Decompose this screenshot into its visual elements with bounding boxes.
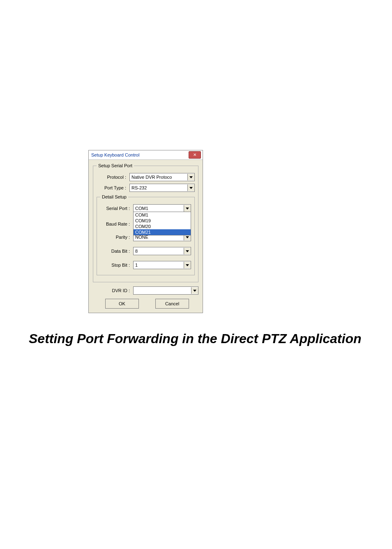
port-type-combo[interactable]: RS-232 — [129, 184, 195, 192]
protocol-combo[interactable]: Native DVR Protoco — [129, 173, 195, 181]
close-button[interactable]: ✕ — [189, 151, 201, 159]
serial-port-label: Serial Port : — [100, 206, 133, 211]
data-bit-value: 8 — [135, 249, 138, 254]
chevron-down-icon — [189, 187, 193, 189]
ok-button-label: OK — [119, 301, 125, 306]
serial-port-option[interactable]: COM21 — [134, 229, 191, 235]
serial-port-option[interactable]: COM1 — [134, 212, 191, 218]
group-detail-setup-legend: Detail Setup — [100, 194, 128, 199]
stop-bit-combo[interactable]: 1 — [133, 261, 191, 269]
chevron-down-icon — [186, 208, 189, 210]
chevron-down-icon — [186, 236, 189, 238]
group-detail-setup: Detail Setup Serial Port : COM1 COM1 COM… — [97, 194, 195, 275]
group-setup-serial-port-legend: Setup Serial Port — [97, 163, 134, 168]
stop-bit-label: Stop Bit : — [100, 263, 133, 268]
parity-label: Parity : — [100, 235, 133, 240]
protocol-dropdown-button[interactable] — [187, 174, 194, 180]
cancel-button[interactable]: Cancel — [155, 299, 189, 309]
chevron-down-icon — [189, 176, 193, 178]
data-bit-dropdown-button[interactable] — [184, 248, 191, 254]
dvr-id-combo[interactable] — [133, 286, 198, 295]
data-bit-label: Data Bit : — [100, 249, 133, 254]
serial-port-combo[interactable]: COM1 COM1 COM19 COM20 COM21 — [133, 204, 191, 212]
dvr-id-label: DVR ID : — [93, 288, 133, 293]
stop-bit-dropdown-button[interactable] — [184, 262, 191, 268]
serial-port-dropdown-button[interactable] — [184, 205, 191, 212]
chevron-down-icon — [186, 250, 189, 252]
serial-port-dropdown-list: COM1 COM19 COM20 COM21 — [133, 212, 191, 235]
chevron-down-icon — [186, 264, 189, 266]
dialog-titlebar: Setup Keyboard Control ✕ — [89, 150, 203, 160]
dialog-title: Setup Keyboard Control — [91, 152, 139, 157]
data-bit-combo[interactable]: 8 — [133, 247, 191, 255]
port-type-value: RS-232 — [131, 185, 147, 190]
baud-rate-label: Baud Rate : — [100, 221, 133, 226]
protocol-label: Protocol : — [97, 175, 129, 180]
stop-bit-value: 1 — [135, 263, 138, 268]
port-type-dropdown-button[interactable] — [187, 185, 194, 191]
ok-button[interactable]: OK — [105, 299, 139, 309]
chevron-down-icon — [193, 290, 196, 292]
cancel-button-label: Cancel — [165, 301, 179, 306]
protocol-value: Native DVR Protoco — [131, 175, 172, 180]
group-setup-serial-port: Setup Serial Port Protocol : Native DVR … — [93, 163, 198, 282]
close-icon: ✕ — [193, 153, 196, 157]
serial-port-option[interactable]: COM20 — [134, 224, 191, 229]
serial-port-option[interactable]: COM19 — [134, 218, 191, 224]
setup-keyboard-control-dialog: Setup Keyboard Control ✕ Setup Serial Po… — [88, 150, 203, 313]
serial-port-value: COM1 — [135, 206, 148, 211]
port-type-label: Port Type : — [97, 185, 129, 190]
section-heading: Setting Port Forwarding in the Direct PT… — [29, 331, 363, 346]
dvr-id-dropdown-button[interactable] — [191, 287, 198, 294]
